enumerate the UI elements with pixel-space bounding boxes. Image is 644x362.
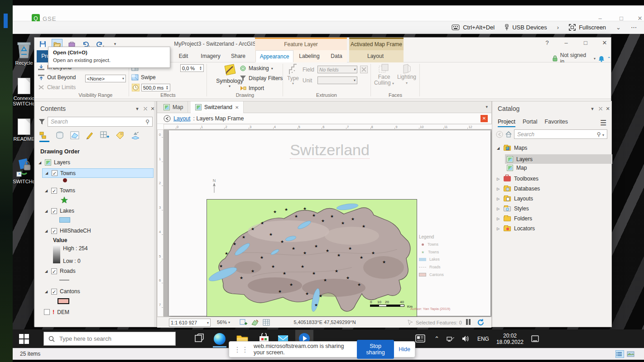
- collapsed-icon[interactable]: ▷: [496, 177, 500, 181]
- import-button[interactable]: Import: [240, 85, 264, 91]
- window-maximize-button[interactable]: □: [580, 39, 591, 48]
- list-by-perspective-button[interactable]: [131, 131, 140, 142]
- pin-icon[interactable]: ⛌: [597, 106, 604, 112]
- cantons-fill-symbol[interactable]: [58, 298, 69, 304]
- catalog-tab-favorites[interactable]: Favorites: [545, 119, 568, 127]
- tree-item-towns-2[interactable]: ◢ ✓ Towns: [44, 187, 75, 194]
- roads-line-symbol[interactable]: [59, 280, 69, 281]
- list-by-selection-button[interactable]: [70, 131, 79, 142]
- layer-checkbox[interactable]: [44, 309, 50, 315]
- close-pane-icon[interactable]: ✕: [604, 106, 611, 112]
- close-tab-icon[interactable]: ✕: [235, 105, 239, 110]
- collapse-ribbon-chevron-icon[interactable]: ⌃: [607, 56, 611, 61]
- layer-checkbox[interactable]: ✓: [51, 268, 57, 274]
- expand-icon[interactable]: ◢: [44, 189, 48, 193]
- list-by-snapping-button[interactable]: [100, 131, 109, 142]
- tree-item-lakes[interactable]: ◢ ✓ Lakes: [44, 208, 74, 214]
- collapsed-icon[interactable]: ▷: [496, 227, 500, 231]
- layer-checkbox[interactable]: ✓: [51, 228, 57, 234]
- swipe-button[interactable]: Swipe: [131, 74, 156, 81]
- drag-grip-icon[interactable]: ⋮⋮: [234, 345, 249, 354]
- chevron-right-icon[interactable]: ›: [557, 24, 559, 31]
- tab-edit[interactable]: Edit: [172, 50, 195, 62]
- spinner-arrows-icon[interactable]: ▲▼: [166, 86, 168, 90]
- view-tab-map[interactable]: Map: [159, 101, 188, 113]
- catalog-item-styles[interactable]: ▷ Styles: [496, 205, 529, 212]
- extrusion-clear-icon[interactable]: [360, 66, 368, 73]
- filter-funnel-icon[interactable]: [38, 119, 45, 125]
- face-culling-button[interactable]: Face Culling ▾: [373, 63, 395, 86]
- window-close-button[interactable]: ✕: [599, 39, 610, 48]
- edge-browser-icon[interactable]: [214, 333, 226, 345]
- tab-layout[interactable]: Layout: [361, 50, 389, 62]
- network-icon[interactable]: [447, 335, 455, 342]
- expand-icon[interactable]: ◢: [38, 161, 42, 165]
- window-minimize-button[interactable]: –: [561, 39, 572, 48]
- more-options-icon[interactable]: ⋯: [631, 24, 638, 31]
- clear-limits-button[interactable]: Clear Limits: [38, 84, 76, 90]
- keyboard-language[interactable]: ENG: [477, 336, 489, 342]
- action-center-icon[interactable]: [531, 335, 540, 343]
- extrusion-field-dropdown[interactable]: No fields▾: [317, 66, 357, 73]
- hidden-icons-chevron[interactable]: ⌃: [434, 335, 439, 342]
- transparency-spinner[interactable]: 0,0 % ▲▼: [180, 64, 204, 72]
- catalog-item-maps[interactable]: ◢ Maps: [496, 145, 527, 151]
- expand-icon[interactable]: ◢: [44, 290, 48, 294]
- widgets-news-icon[interactable]: [415, 334, 427, 343]
- list-by-labeling-button[interactable]: [115, 131, 125, 142]
- usb-devices-button[interactable]: USB Devices: [505, 24, 547, 31]
- catalog-item-folders[interactable]: ▷ Folders: [496, 215, 532, 222]
- pane-options-chevron-icon[interactable]: ▾: [134, 106, 141, 112]
- speaker-icon[interactable]: [462, 335, 470, 342]
- out-beyond-button[interactable]: Out Beyond: [38, 74, 76, 81]
- tree-item-towns-1[interactable]: ◢ ✓ Towns: [42, 168, 154, 178]
- map-frame[interactable]: ★★★★★★★★★★★★★★★★★★★★★★★★★★★★★★★★★★★★★★★★…: [207, 199, 417, 317]
- catalog-item-locators[interactable]: ▷ Locators: [496, 225, 535, 232]
- map-legend[interactable]: Legend Towns ★Towns Lakes Roads Cantons: [419, 240, 444, 277]
- layout-page[interactable]: Switzerland N: [169, 130, 490, 316]
- expand-icon[interactable]: ◢: [496, 146, 500, 150]
- out-beyond-scale-dropdown[interactable]: <None>▾: [85, 75, 126, 82]
- tab-share[interactable]: Share: [226, 50, 250, 62]
- catalog-tab-portal[interactable]: Portal: [523, 119, 538, 127]
- view-tab-switzerland[interactable]: Switzerland ✕: [191, 101, 244, 113]
- pane-options-chevron-icon[interactable]: ▾: [589, 106, 596, 112]
- page-title[interactable]: Switzerland: [290, 141, 370, 159]
- chevron-down-icon[interactable]: ⌄: [616, 24, 621, 31]
- catalog-item-databases[interactable]: ▷ Databases: [496, 186, 540, 192]
- taskbar-search-input[interactable]: Type here to search: [43, 332, 176, 346]
- zoom-dropdown[interactable]: 56%▾: [217, 319, 230, 325]
- collapsed-icon[interactable]: ▷: [496, 197, 500, 201]
- layer-checkbox[interactable]: ✓: [51, 289, 57, 295]
- catalog-search-input[interactable]: Search ⚲ ▾: [514, 129, 607, 139]
- contents-search-input[interactable]: Search ⚲: [48, 117, 153, 127]
- catalog-t doab-project[interactable]: Project: [498, 119, 515, 127]
- save-button[interactable]: [37, 39, 48, 49]
- ctrl-alt-del-button[interactable]: Ctrl+Alt+Del: [452, 24, 495, 31]
- tree-item-dem[interactable]: ! DEM: [44, 309, 69, 315]
- task-view-icon[interactable]: [194, 333, 206, 345]
- back-arrow-icon[interactable]: [163, 115, 171, 122]
- north-arrow[interactable]: N: [212, 178, 216, 193]
- spinner-arrows-icon[interactable]: ▲▼: [199, 66, 202, 71]
- refresh-icon[interactable]: [477, 319, 485, 326]
- tab-labeling[interactable]: Labeling: [294, 50, 324, 62]
- expand-icon[interactable]: ◢: [44, 171, 49, 175]
- tab-imagery[interactable]: Imagery: [197, 50, 225, 62]
- tree-item-hillshade[interactable]: ◢ ✓ HillShadeCH: [44, 228, 91, 234]
- display-filters-button[interactable]: Display Filters: [240, 75, 283, 81]
- hide-sharing-bar-button[interactable]: Hide: [399, 346, 410, 352]
- catalog-item-layouts[interactable]: ▷ Layouts: [496, 195, 533, 202]
- flicker-spinner[interactable]: 500,0 ms ▲▼: [141, 84, 170, 91]
- catalog-item-layers[interactable]: Layers: [505, 154, 612, 164]
- catalog-item-map[interactable]: Map: [507, 165, 527, 171]
- lighting-button[interactable]: Lighting ▾: [396, 63, 417, 86]
- fullscreen-button[interactable]: Fullscreen: [569, 24, 606, 31]
- towns-star-symbol[interactable]: ★: [60, 195, 68, 205]
- taskbar-clock[interactable]: 20:02 18.09.2022: [496, 333, 524, 345]
- back-arrow-icon[interactable]: [496, 131, 503, 138]
- help-button[interactable]: ?: [542, 39, 553, 48]
- flicker-clock-icon[interactable]: [132, 84, 139, 91]
- new-map-frame-icon[interactable]: [240, 319, 247, 326]
- extrusion-type-button[interactable]: Type ▾: [285, 63, 301, 86]
